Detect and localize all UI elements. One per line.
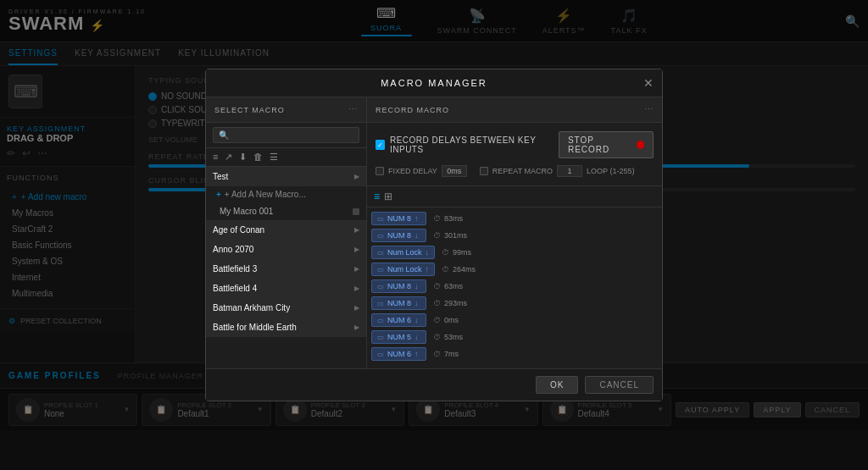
event-row-3: ▭ Num Lock ↑ ⏱ 264ms — [371, 263, 658, 276]
record-controls: ✓ RECORD DELAYS BETWEEN KEY INPUTS STOP … — [367, 123, 662, 186]
event-arrow-5: ↓ — [415, 299, 419, 307]
event-key-badge-0: ▭ NUM 8 ↑ — [371, 212, 426, 225]
record-options: FIXED DELAY REPEAT MACRO LOOP (1-255) — [376, 165, 654, 177]
event-row-4: ▭ NUM 8 ↓ ⏱ 63ms — [371, 279, 658, 293]
event-key-badge-7: ▭ NUM 5 ↓ — [371, 330, 426, 344]
event-arrow-4: ↓ — [415, 282, 419, 290]
macro-group-bf4[interactable]: Battlefield 4 ▶ — [206, 279, 366, 298]
event-row-6: ▭ NUM 6 ↓ ⏱ 0ms — [371, 313, 658, 327]
clock-icon-3: ⏱ — [442, 265, 449, 274]
key-icon-5: ▭ — [377, 300, 384, 307]
record-checkbox-left: ✓ RECORD DELAYS BETWEEN KEY INPUTS — [376, 135, 554, 154]
app-wrapper: DRIVER V1.90 / FIRMWARE 1.10 SWARM ⚡ ⌨ S… — [0, 0, 868, 470]
event-key-badge-1: ▭ NUM 8 ↓ — [371, 229, 426, 242]
select-panel-menu-icon[interactable]: ⋯ — [348, 104, 358, 115]
event-row-5: ▭ NUM 8 ↓ ⏱ 293ms — [371, 296, 658, 310]
event-key-badge-8: ▭ NUM 6 ↑ — [371, 347, 426, 361]
macro-group-aoc[interactable]: Age of Conan ▶ — [206, 220, 366, 240]
record-dot-icon — [637, 141, 644, 149]
stop-record-button[interactable]: STOP RECORD — [559, 131, 654, 158]
dialog-header: MACRO MANAGER ✕ — [206, 69, 662, 97]
event-time-4: ⏱ 63ms — [433, 282, 463, 290]
add-icon: + — [216, 190, 221, 199]
record-delays-checkbox[interactable]: ✓ — [376, 140, 385, 150]
event-key-badge-3: ▭ Num Lock ↑ — [371, 263, 435, 276]
event-time-1: ⏱ 301ms — [433, 231, 467, 240]
group-arrow-icon: ▶ — [354, 246, 359, 253]
event-arrow-2: ↓ — [426, 248, 430, 257]
macro-list: Test ▶ + + Add A New Macro... My Macro 0… — [206, 167, 366, 368]
key-icon-1: ▭ — [377, 232, 384, 240]
group-arrow-icon: ▶ — [354, 226, 359, 234]
fixed-delay-input[interactable] — [442, 165, 467, 177]
ok-button[interactable]: OK — [536, 376, 578, 394]
delete-icon[interactable]: 🗑 — [253, 152, 263, 163]
event-key-badge-4: ▭ NUM 8 ↓ — [371, 279, 426, 293]
event-row-0: ▭ NUM 8 ↑ ⏱ 83ms — [371, 212, 658, 225]
add-new-macro-item[interactable]: + + Add A New Macro... — [206, 186, 366, 202]
macro-events-list: ▭ NUM 8 ↑ ⏱ 83ms ▭ — [367, 207, 662, 368]
event-time-7: ⏱ 53ms — [433, 333, 463, 341]
event-time-5: ⏱ 293ms — [433, 299, 467, 307]
event-time-8: ⏱ 7ms — [433, 350, 459, 358]
key-icon-2: ▭ — [377, 249, 384, 257]
grid-view-icon[interactable]: ⊞ — [384, 191, 392, 202]
event-time-6: ⏱ 0ms — [433, 316, 459, 324]
macro-search-input[interactable] — [213, 127, 359, 143]
macro-item-001[interactable]: My Macro 001 — [206, 202, 366, 220]
fixed-delay-option: FIXED DELAY — [376, 165, 467, 177]
macro-manager-dialog: MACRO MANAGER ✕ SELECT MACRO ⋯ ≡ ↗ — [205, 69, 663, 401]
key-icon-0: ▭ — [377, 215, 384, 223]
event-row-1: ▭ NUM 8 ↓ ⏱ 301ms — [371, 229, 658, 242]
group-arrow-icon: ▶ — [354, 304, 359, 312]
repeat-macro-input[interactable] — [557, 165, 582, 177]
share-icon[interactable]: ↗ — [225, 152, 232, 163]
repeat-macro-checkbox[interactable] — [480, 167, 488, 175]
panel-toolbar: ≡ ↗ ⬇ 🗑 ☰ — [206, 148, 366, 167]
event-key-badge-6: ▭ NUM 6 ↓ — [371, 313, 426, 327]
event-row-7: ▭ NUM 5 ↓ ⏱ 53ms — [371, 330, 658, 344]
event-time-3: ⏱ 264ms — [442, 265, 476, 274]
event-arrow-8: ↑ — [415, 350, 419, 358]
download-icon[interactable]: ⬇ — [239, 152, 247, 163]
macro-group-bfme[interactable]: Battle for Middle Earth ▶ — [206, 318, 366, 337]
select-panel-header: SELECT MACRO ⋯ — [206, 97, 366, 123]
event-arrow-1: ↓ — [415, 231, 419, 240]
key-icon-3: ▭ — [377, 266, 384, 274]
event-key-badge-2: ▭ Num Lock ↓ — [371, 246, 435, 259]
event-arrow-7: ↓ — [415, 333, 419, 341]
list-view-icon[interactable]: ≡ — [374, 191, 380, 202]
clock-icon-5: ⏱ — [433, 299, 441, 307]
group-arrow-icon: ▶ — [354, 265, 359, 273]
event-arrow-0: ↑ — [415, 214, 419, 223]
macro-group-bf3[interactable]: Battlefield 3 ▶ — [206, 259, 366, 279]
key-icon-7: ▭ — [377, 334, 384, 341]
record-panel-menu-icon[interactable]: ⋯ — [644, 104, 654, 115]
list-icon[interactable]: ≡ — [213, 152, 218, 163]
event-arrow-6: ↓ — [415, 316, 419, 324]
group-arrow-icon: ▶ — [354, 285, 359, 292]
macro-group-test[interactable]: Test ▶ — [206, 167, 366, 186]
more-icon[interactable]: ☰ — [270, 152, 278, 163]
macro-group-anno[interactable]: Anno 2070 ▶ — [206, 240, 366, 259]
clock-icon-6: ⏱ — [433, 316, 441, 324]
clock-icon-4: ⏱ — [433, 282, 441, 290]
clock-icon-1: ⏱ — [433, 231, 441, 240]
select-panel-title: SELECT MACRO — [214, 106, 285, 114]
macro-dot — [353, 208, 359, 215]
event-time-2: ⏱ 99ms — [442, 248, 471, 257]
macro-group-batman[interactable]: Batman Arkham City ▶ — [206, 298, 366, 318]
select-macro-panel: SELECT MACRO ⋯ ≡ ↗ ⬇ 🗑 ☰ — [206, 97, 367, 368]
dialog-footer: OK CANCEL — [206, 368, 662, 401]
event-row-8: ▭ NUM 6 ↑ ⏱ 7ms — [371, 347, 658, 361]
key-icon-4: ▭ — [377, 283, 384, 290]
fixed-delay-checkbox[interactable] — [376, 167, 384, 175]
event-time-0: ⏱ 83ms — [433, 214, 463, 223]
record-checkbox-row: ✓ RECORD DELAYS BETWEEN KEY INPUTS STOP … — [376, 131, 654, 158]
record-panel-header: RECORD MACRO ⋯ — [367, 97, 662, 123]
event-row-2: ▭ Num Lock ↓ ⏱ 99ms — [371, 246, 658, 259]
group-arrow-icon: ▶ — [354, 323, 359, 331]
close-icon[interactable]: ✕ — [643, 76, 654, 90]
cancel-button[interactable]: CANCEL — [585, 376, 654, 394]
clock-icon-2: ⏱ — [442, 248, 449, 257]
